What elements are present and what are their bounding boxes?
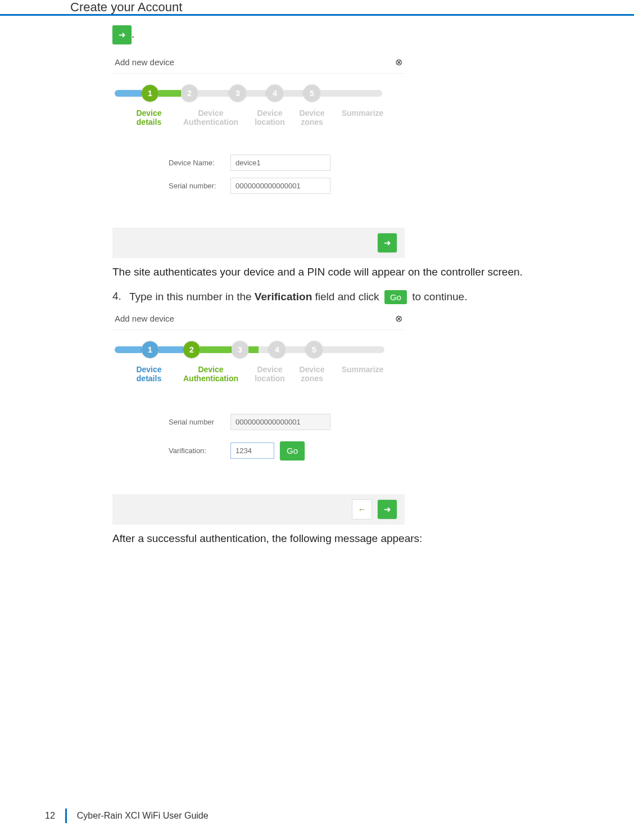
serial-number-label: Serial number xyxy=(169,418,230,426)
step-label-4: Device zones xyxy=(292,365,332,383)
wizard-progress: 1 2 3 4 5 xyxy=(115,85,402,102)
text: Type in this number in the xyxy=(129,290,255,302)
bar xyxy=(360,90,382,97)
step-label-line: location xyxy=(255,118,285,127)
list-text: Type in this number in the Verification … xyxy=(129,290,579,304)
page-footer: 12 Cyber-Rain XCI WiFi User Guide xyxy=(45,809,209,823)
close-icon[interactable]: ⊗ xyxy=(395,57,402,67)
step-label-line: details xyxy=(137,374,161,383)
step-label-line: Device xyxy=(257,365,282,374)
text: to continue. xyxy=(412,290,467,302)
bar xyxy=(115,90,125,97)
step-label-line: Device xyxy=(257,109,282,118)
footer-title: Cyber-Rain XCI WiFi User Guide xyxy=(67,811,209,821)
dialog-header: Add new device ⊗ xyxy=(112,52,405,74)
go-button[interactable]: Go xyxy=(280,441,305,460)
step-label-line: details xyxy=(137,118,161,127)
next-button-icon[interactable] xyxy=(112,25,132,44)
bar xyxy=(286,346,306,353)
arrow-right-icon xyxy=(384,238,391,248)
page-title: Create your Account xyxy=(70,0,182,15)
step-label-line: Authentication xyxy=(183,118,238,127)
add-device-dialog-step2: Add new device ⊗ 1 2 3 4 5 xyxy=(112,309,405,525)
step-circle-2: 2 xyxy=(181,85,198,102)
arrow-right-icon xyxy=(119,30,126,40)
step-label-line: Device xyxy=(198,109,223,118)
verification-label: Varification: xyxy=(169,446,230,455)
bar xyxy=(248,346,259,353)
step-label-line: Summarize xyxy=(342,365,384,374)
bar xyxy=(198,90,229,97)
step-label-line: Device xyxy=(136,365,161,374)
step-label-line: Summarize xyxy=(342,109,384,118)
bar xyxy=(125,90,142,97)
paragraph-success-note: After a successful authentication, the f… xyxy=(112,531,579,547)
dialog-header: Add new device ⊗ xyxy=(112,309,405,330)
step-label-2: Device Authentication xyxy=(174,365,247,383)
step-circle-2: 2 xyxy=(183,341,200,358)
wizard-progress: 1 2 3 4 5 xyxy=(115,341,402,358)
dialog-title: Add new device xyxy=(115,57,174,67)
header-rule xyxy=(0,14,634,16)
back-button[interactable] xyxy=(352,499,372,520)
bar xyxy=(158,90,181,97)
add-device-dialog-step1: Add new device ⊗ 1 2 3 4 5 Devi xyxy=(112,52,405,258)
device-name-input[interactable] xyxy=(230,155,330,171)
arrow-left-icon xyxy=(358,504,366,514)
bar xyxy=(320,90,360,97)
step-label-1: Device details xyxy=(124,109,174,127)
next-button[interactable] xyxy=(378,233,397,252)
step-label-line: zones xyxy=(301,118,323,127)
step-circle-3: 3 xyxy=(229,85,246,102)
step-label-1: Device details xyxy=(124,365,174,383)
bar xyxy=(259,346,269,353)
serial-number-readonly: 0000000000000001 xyxy=(230,414,330,430)
page-number: 12 xyxy=(45,809,67,823)
bar xyxy=(115,346,125,353)
step-label-line: Authentication xyxy=(183,374,238,383)
step-label-line: Device xyxy=(299,365,324,374)
step-label-line: location xyxy=(255,374,285,383)
serial-number-label: Serial number: xyxy=(169,182,230,190)
step-circle-1: 1 xyxy=(142,341,158,358)
verification-input[interactable] xyxy=(230,442,274,459)
step-label-3: Device location xyxy=(247,365,292,383)
wizard-labels: Device details Device Authentication Dev… xyxy=(112,109,405,127)
bar xyxy=(283,90,304,97)
period: . xyxy=(132,28,134,40)
step-label-4: Device zones xyxy=(292,109,332,127)
step-label-line: Device xyxy=(198,365,223,374)
wizard-labels: Device details Device Authentication Dev… xyxy=(112,365,405,383)
step-circle-3: 3 xyxy=(232,341,248,358)
bar xyxy=(246,90,266,97)
page-content: . Add new device ⊗ 1 2 3 4 5 xyxy=(112,25,579,546)
step-circle-5: 5 xyxy=(306,341,323,358)
list-item-4: 4. Type in this number in the Verificati… xyxy=(112,290,579,304)
step-label-line: Device xyxy=(136,109,161,118)
text-bold: Verification xyxy=(255,290,312,302)
dialog-title: Add new device xyxy=(115,314,174,323)
bar xyxy=(362,346,384,353)
text: field and click xyxy=(315,290,382,302)
serial-number-input[interactable] xyxy=(230,178,330,194)
step-label-3: Device location xyxy=(247,109,292,127)
close-icon[interactable]: ⊗ xyxy=(395,313,402,324)
arrow-right-icon xyxy=(384,504,391,514)
list-number: 4. xyxy=(112,290,129,302)
step-circle-4: 4 xyxy=(269,341,286,358)
step-label-5: Summarize xyxy=(332,109,393,127)
go-button-inline[interactable]: Go xyxy=(384,290,407,304)
next-button[interactable] xyxy=(378,500,397,519)
bar xyxy=(125,346,142,353)
step-label-line: zones xyxy=(301,374,323,383)
step-label-5: Summarize xyxy=(332,365,393,383)
step-circle-5: 5 xyxy=(304,85,320,102)
dialog-footer xyxy=(112,228,405,258)
document-page: Create your Account . Add new device ⊗ 1… xyxy=(0,0,634,840)
bar xyxy=(323,346,362,353)
device-name-label: Device Name: xyxy=(169,159,230,167)
form-area: Device Name: Serial number: xyxy=(169,155,405,194)
paragraph-auth-note: The site authenticates your device and a… xyxy=(112,265,556,280)
bar xyxy=(200,346,232,353)
form-area: Serial number 0000000000000001 Varificat… xyxy=(169,414,405,460)
